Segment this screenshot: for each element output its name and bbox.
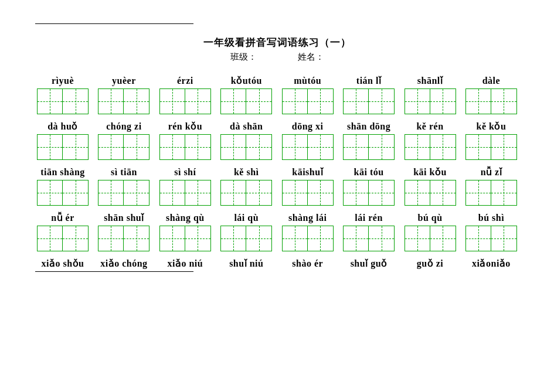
tianzige-cell[interactable]: [98, 134, 124, 160]
pinyin-label: rén kǒu: [168, 121, 202, 132]
pinyin-label: bú qù: [417, 213, 442, 223]
exercise-row: xiǎo shǒuxiǎo chóngxiǎo niúshuǐ niúshào …: [35, 258, 519, 269]
tianzige-cell[interactable]: [159, 226, 185, 251]
exercise-item: érzi: [158, 76, 213, 114]
tianzige-cell[interactable]: [63, 134, 89, 160]
tianzige-cell[interactable]: [308, 134, 334, 160]
tianzige-pair: [220, 88, 272, 114]
tianzige-cell[interactable]: [405, 180, 430, 206]
tianzige-cell[interactable]: [430, 134, 456, 160]
tianzige-cell[interactable]: [343, 226, 369, 251]
tianzige-cell[interactable]: [246, 88, 272, 114]
tianzige-cell[interactable]: [37, 88, 63, 114]
tianzige-cell[interactable]: [465, 134, 491, 160]
pinyin-label: xiǎo chóng: [100, 258, 147, 269]
tianzige-cell[interactable]: [491, 226, 517, 251]
tianzige-cell[interactable]: [185, 226, 211, 251]
tianzige-cell[interactable]: [405, 226, 430, 251]
pinyin-label: érzi: [177, 76, 193, 86]
tianzige-cell[interactable]: [282, 180, 308, 206]
tianzige-pair: [37, 180, 89, 206]
tianzige-cell[interactable]: [343, 88, 369, 114]
tianzige-cell[interactable]: [308, 180, 334, 206]
pinyin-label: sì tiān: [111, 167, 137, 178]
tianzige-cell[interactable]: [343, 134, 369, 160]
page-title: 一年级看拼音写词语练习（一）: [35, 36, 519, 49]
tianzige-cell[interactable]: [430, 226, 456, 251]
tianzige-cell[interactable]: [220, 226, 246, 251]
tianzige-pair: [465, 134, 517, 160]
pinyin-label: nǚ ér: [51, 213, 74, 223]
pinyin-label: tiān shàng: [40, 167, 85, 178]
pinyin-label: dà shān: [230, 121, 263, 132]
exercise-item: lái rén: [341, 213, 396, 251]
tianzige-cell[interactable]: [246, 180, 272, 206]
tianzige-cell[interactable]: [124, 88, 149, 114]
tianzige-cell[interactable]: [159, 134, 185, 160]
tianzige-cell[interactable]: [63, 180, 89, 206]
tianzige-cell[interactable]: [308, 226, 334, 251]
tianzige-pair: [220, 226, 272, 251]
tianzige-pair: [465, 180, 517, 206]
tianzige-pair: [37, 134, 89, 160]
exercise-item: guǒ zi: [403, 258, 458, 269]
pinyin-label: shuǐ niú: [229, 258, 263, 269]
tianzige-cell[interactable]: [63, 226, 89, 251]
tianzige-cell[interactable]: [37, 226, 63, 251]
exercise-item: kāishuǐ: [280, 167, 335, 206]
tianzige-cell[interactable]: [491, 134, 517, 160]
tianzige-cell[interactable]: [37, 180, 63, 206]
tianzige-cell[interactable]: [185, 180, 211, 206]
tianzige-cell[interactable]: [124, 180, 149, 206]
tianzige-cell[interactable]: [282, 226, 308, 251]
tianzige-cell[interactable]: [124, 226, 149, 251]
tianzige-cell[interactable]: [465, 180, 491, 206]
exercise-row: rìyuèyuèerérzikǒutóumùtóutián lǐshānlǐdà…: [35, 76, 519, 114]
tianzige-cell[interactable]: [246, 134, 272, 160]
tianzige-cell[interactable]: [282, 134, 308, 160]
tianzige-cell[interactable]: [465, 226, 491, 251]
tianzige-cell[interactable]: [159, 88, 185, 114]
pinyin-label: shào ér: [292, 258, 323, 269]
pinyin-label: kāi tóu: [354, 167, 384, 178]
tianzige-cell[interactable]: [405, 134, 430, 160]
tianzige-cell[interactable]: [98, 88, 124, 114]
tianzige-cell[interactable]: [220, 134, 246, 160]
tianzige-cell[interactable]: [98, 180, 124, 206]
tianzige-cell[interactable]: [37, 134, 63, 160]
pinyin-label: sì shí: [174, 167, 196, 178]
pinyin-label: kě shì: [234, 167, 259, 178]
tianzige-cell[interactable]: [308, 88, 334, 114]
tianzige-cell[interactable]: [430, 88, 456, 114]
tianzige-cell[interactable]: [246, 226, 272, 251]
tianzige-cell[interactable]: [220, 180, 246, 206]
tianzige-cell[interactable]: [430, 180, 456, 206]
tianzige-cell[interactable]: [282, 88, 308, 114]
tianzige-cell[interactable]: [343, 180, 369, 206]
tianzige-cell[interactable]: [369, 134, 395, 160]
tianzige-cell[interactable]: [369, 180, 395, 206]
tianzige-cell[interactable]: [124, 134, 149, 160]
exercise-item: xiǎo niú: [158, 258, 213, 269]
tianzige-pair: [220, 180, 272, 206]
exercise-item: shàng lái: [280, 213, 335, 251]
tianzige-pair: [282, 134, 334, 160]
exercise-item: bú qù: [403, 213, 458, 251]
exercise-item: sì shí: [158, 167, 213, 206]
tianzige-cell[interactable]: [63, 88, 89, 114]
tianzige-cell[interactable]: [369, 88, 395, 114]
tianzige-cell[interactable]: [220, 88, 246, 114]
tianzige-cell[interactable]: [159, 180, 185, 206]
tianzige-cell[interactable]: [465, 88, 491, 114]
pinyin-label: mùtóu: [294, 76, 321, 86]
tianzige-cell[interactable]: [405, 88, 430, 114]
pinyin-label: kǒutóu: [231, 76, 262, 86]
tianzige-cell[interactable]: [369, 226, 395, 251]
tianzige-cell[interactable]: [491, 180, 517, 206]
tianzige-cell[interactable]: [185, 88, 211, 114]
tianzige-cell[interactable]: [185, 134, 211, 160]
tianzige-cell[interactable]: [491, 88, 517, 114]
tianzige-cell[interactable]: [98, 226, 124, 251]
pinyin-label: kě rén: [416, 121, 443, 132]
exercise-item: kāi tóu: [341, 167, 396, 206]
